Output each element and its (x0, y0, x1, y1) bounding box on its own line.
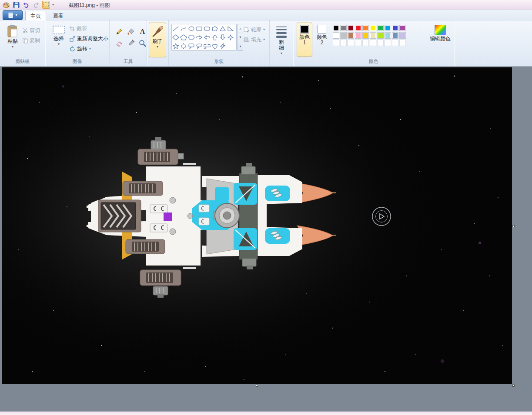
resize-label: 重新调整大小 (77, 35, 108, 43)
pencil-tool[interactable] (113, 26, 125, 37)
shape-callout-rounded[interactable] (187, 42, 195, 50)
shape-pentagon[interactable] (180, 33, 187, 42)
shape-heart[interactable] (211, 42, 219, 50)
palette-color[interactable] (362, 32, 369, 39)
color1-swatch (300, 25, 309, 33)
app-icon[interactable] (2, 1, 10, 9)
palette-empty-slot[interactable] (370, 40, 376, 46)
shape-fill-button[interactable]: 填充 ▾ (244, 36, 265, 43)
palette-color[interactable] (392, 32, 398, 39)
shape-star-5[interactable] (172, 42, 180, 50)
save-button[interactable] (12, 1, 20, 9)
palette-empty-slot[interactable] (392, 40, 398, 46)
shape-star-4[interactable] (227, 33, 234, 42)
outline-caret-icon: ▾ (263, 28, 265, 31)
palette-color[interactable] (377, 25, 384, 31)
shape-triangle[interactable] (219, 24, 227, 33)
shapes-expand-button[interactable]: ▼ (238, 42, 243, 50)
brushes-button[interactable]: 刷子 ▾ (149, 23, 166, 57)
palette-color[interactable] (370, 25, 376, 31)
palette-color[interactable] (333, 25, 339, 31)
shapes-scroll-up[interactable]: ▲ (238, 24, 243, 33)
undo-button[interactable] (22, 1, 30, 9)
palette-color[interactable] (392, 25, 398, 31)
shape-rounded-rectangle[interactable] (203, 24, 211, 33)
tab-view[interactable]: 查看 (48, 11, 69, 20)
rotate-button[interactable]: 旋转 ▾ (70, 45, 91, 53)
copy-button[interactable]: 复制 (23, 37, 40, 44)
palette-empty-slot[interactable] (348, 40, 354, 46)
shape-callout-cloud[interactable] (203, 42, 211, 50)
color2-button[interactable]: 颜色 2 (314, 23, 330, 56)
tab-home-label: 主页 (30, 13, 41, 19)
shape-curve[interactable] (180, 24, 187, 33)
edit-colors-button[interactable]: 编辑颜色 (429, 23, 452, 56)
qat-customize-caret-icon[interactable]: ▾ (52, 3, 54, 7)
menu-button[interactable]: ▾ (3, 10, 23, 20)
canvas-resize-handle-bottom[interactable] (256, 385, 258, 387)
palette-empty-slot[interactable] (362, 40, 369, 46)
canvas-resize-handle-corner[interactable] (512, 385, 515, 387)
cut-button[interactable]: 剪切 (23, 27, 40, 34)
shape-callout-oval[interactable] (195, 42, 203, 50)
shape-arrow-right[interactable] (195, 33, 203, 42)
shape-star-6[interactable] (180, 42, 187, 50)
shape-arrow-left[interactable] (203, 33, 211, 42)
shape-arrow-down[interactable] (219, 33, 227, 42)
palette-color[interactable] (348, 25, 354, 31)
palette-empty-slot[interactable] (385, 40, 391, 46)
fill-caret-icon: ▾ (263, 38, 265, 41)
palette-color[interactable] (348, 32, 354, 39)
shape-lightning[interactable] (219, 42, 227, 50)
title-bar: ▾ 截图11.png - 画图 (0, 0, 532, 10)
shape-arrow-up[interactable] (211, 33, 219, 42)
resize-button[interactable]: 重新调整大小 (70, 35, 108, 43)
palette-color[interactable] (340, 25, 347, 31)
palette-color[interactable] (355, 32, 361, 39)
palette-color[interactable] (385, 32, 391, 39)
shape-hexagon[interactable] (187, 33, 195, 42)
shape-rectangle[interactable] (195, 24, 203, 33)
shape-line[interactable] (172, 24, 180, 33)
color1-button[interactable]: 颜色 1 (297, 23, 312, 56)
text-tool[interactable]: A (137, 26, 148, 37)
select-icon (52, 25, 65, 35)
palette-color[interactable] (370, 32, 376, 39)
shape-polygon[interactable] (211, 24, 219, 33)
shape-diamond[interactable] (172, 33, 180, 42)
tab-home[interactable]: 主页 (25, 11, 46, 20)
palette-color[interactable] (399, 25, 406, 31)
magnifier-tool[interactable] (137, 37, 148, 49)
shape-ellipse[interactable] (187, 24, 195, 33)
pencil-icon (115, 27, 124, 36)
palette-color[interactable] (333, 32, 339, 39)
size-button[interactable]: 粗细 ▾ (273, 23, 290, 63)
palette-color[interactable] (355, 25, 361, 31)
palette-empty-slot[interactable] (355, 40, 361, 46)
palette-empty-slot[interactable] (340, 40, 347, 46)
eyedropper-icon (127, 39, 135, 48)
palette-empty-slot[interactable] (333, 40, 339, 46)
eraser-tool[interactable] (113, 37, 125, 49)
crop-button[interactable]: 裁剪 (70, 25, 87, 33)
palette-color[interactable] (340, 32, 347, 39)
select-button[interactable]: 选择 ▾ (50, 23, 68, 56)
color-picker-tool[interactable] (125, 37, 137, 49)
qat-selection-tool-button[interactable] (42, 1, 50, 9)
palette-empty-slot[interactable] (377, 40, 384, 46)
palette-color[interactable] (385, 25, 391, 31)
shape-outline-button[interactable]: 轮廓 ▾ (244, 26, 265, 33)
canvas-resize-handle-right[interactable] (512, 225, 515, 227)
redo-button[interactable] (32, 1, 40, 9)
palette-color[interactable] (377, 32, 384, 39)
fill-tool[interactable] (125, 26, 137, 37)
palette-color[interactable] (399, 32, 406, 39)
shape-right-triangle[interactable] (227, 24, 234, 33)
crop-icon (70, 26, 75, 31)
drawing-canvas[interactable] (2, 67, 512, 384)
paste-button[interactable]: 粘贴 ▾ (3, 23, 22, 56)
palette-color[interactable] (362, 25, 369, 31)
palette-empty-slot[interactable] (399, 40, 406, 46)
color-palette (333, 25, 408, 46)
shapes-scroll-down[interactable]: ▼ (238, 33, 243, 42)
